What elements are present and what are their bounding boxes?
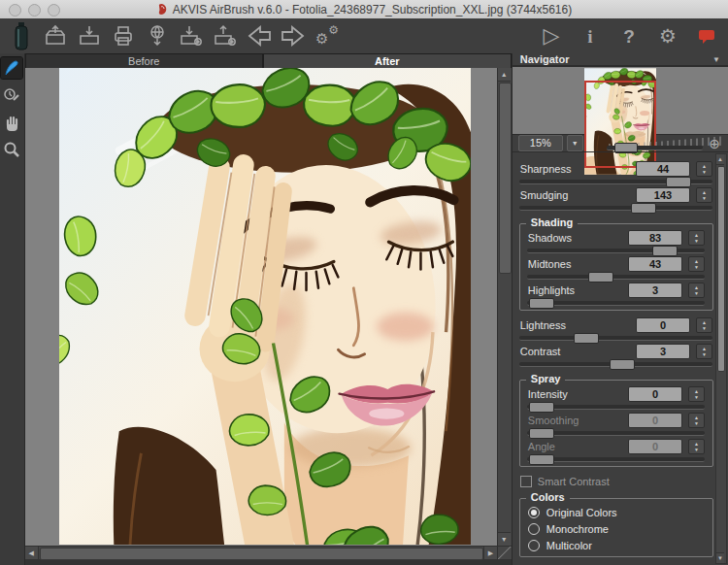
arrow-right-icon: ▶ [488,549,493,557]
redo-button[interactable] [280,22,307,50]
share-web-button[interactable] [144,22,171,50]
spray-group: Spray Intensity 0 ▲▼ Smoothing 0 ▲▼ [519,380,713,467]
panel-scroll-up-button[interactable]: ▲ [716,154,724,165]
smudging-stepper[interactable]: ▲▼ [696,187,712,203]
navigator-header[interactable]: Navigator ▼ [513,53,728,66]
export-presets-button[interactable] [212,22,239,50]
canvas-row: ▲ ▼ [25,68,512,546]
midtones-value-input[interactable]: 43 [628,256,682,272]
shadows-slider[interactable] [527,249,705,253]
lightness-value-input[interactable]: 0 [636,317,690,333]
vertical-scroll-thumb[interactable] [499,83,512,274]
contrast-value-input[interactable]: 3 [636,344,690,359]
help-button[interactable]: ? [615,22,643,50]
zoom-slider-track[interactable] [607,146,704,150]
contrast-slider[interactable] [519,362,712,367]
tab-before[interactable]: Before [25,53,263,68]
save-image-button[interactable] [76,22,103,50]
monochrome-radio[interactable] [528,523,540,535]
highlights-value-input[interactable]: 3 [628,282,682,298]
smoothing-stepper: ▲▼ [688,413,705,428]
open-image-button[interactable] [42,22,69,50]
tool-hand[interactable] [1,112,22,133]
resize-corner[interactable] [497,546,512,559]
vertical-scrollbar[interactable]: ▲ ▼ [497,68,512,546]
highlights-slider[interactable] [527,301,705,306]
smoothing-value-input: 0 [628,413,682,428]
zoom-controls: 15% ▼ ⊖ [513,135,728,151]
lightness-stepper[interactable]: ▲▼ [696,317,712,333]
multicolor-radio[interactable] [528,540,540,551]
image-canvas[interactable] [25,68,497,546]
horizontal-scrollbar[interactable]: ◀ ▶ [25,546,497,559]
minimize-window-button[interactable] [28,4,41,17]
panel-scroll-thumb[interactable] [717,166,725,372]
window-title-area: AKVIS AirBrush v.6.0 - Fotolia_24368977_… [156,3,572,17]
traffic-lights[interactable] [9,4,60,17]
intensity-value-input[interactable]: 0 [628,386,682,402]
original-colors-label: Original Colors [546,507,617,518]
navigator-collapse-icon[interactable]: ▼ [712,55,720,64]
stepper-down-icon: ▼ [702,170,707,175]
shadows-stepper[interactable]: ▲▼ [688,230,705,246]
sharpness-slider[interactable] [519,180,712,184]
close-window-button[interactable] [9,4,21,17]
tool-smart-brush[interactable] [1,57,22,79]
scroll-left-button[interactable]: ◀ [25,547,39,559]
import-presets-button[interactable] [178,22,205,50]
monochrome-label: Monochrome [546,523,609,535]
intensity-slider[interactable] [527,405,705,410]
navigator-preview[interactable] [513,66,728,135]
shadows-value-input[interactable]: 83 [628,230,682,246]
titlebar[interactable]: AKVIS AirBrush v.6.0 - Fotolia_24368977_… [0,0,728,19]
after-image [59,68,471,545]
panel-scrollbar[interactable]: ▲ ▼ [715,153,727,564]
tab-after[interactable]: After [263,53,512,68]
scroll-up-button[interactable]: ▲ [498,68,511,82]
stepper-down-icon: ▼ [694,421,699,426]
original-colors-radio[interactable] [528,507,540,518]
horizontal-scroll-thumb[interactable] [40,548,483,560]
scroll-right-button[interactable]: ▶ [483,547,497,559]
help-icon: ? [623,27,635,46]
param-label: Smudging [520,189,569,201]
midtones-stepper[interactable]: ▲▼ [688,256,705,272]
panel-scroll-down-button[interactable]: ▼ [716,552,724,563]
slider-handle[interactable] [610,359,635,370]
smart-contrast-checkbox[interactable] [520,476,532,487]
zoom-window-button[interactable] [48,4,60,17]
zoom-slider[interactable] [607,136,704,151]
print-button[interactable] [110,22,137,50]
toolbar-left-group: ⚙ ⚙ [0,22,341,50]
arrow-down-icon: ▼ [501,536,508,543]
batch-processing-button[interactable]: ⚙ ⚙ [314,22,341,50]
preferences-gear-icon: ⚙ [659,26,677,46]
smudging-value-input[interactable]: 143 [636,187,690,203]
lightness-slider[interactable] [519,336,712,341]
contrast-stepper[interactable]: ▲▼ [696,344,712,359]
midtones-slider[interactable] [527,275,705,280]
undo-button[interactable] [246,22,273,50]
run-button[interactable]: ▷ [538,22,565,50]
slider-handle[interactable] [529,298,554,309]
smudging-slider[interactable] [519,206,712,211]
zoom-level-combo[interactable]: 15% [518,135,563,151]
intensity-stepper[interactable]: ▲▼ [688,386,705,402]
tool-history-brush[interactable] [1,84,22,106]
slider-handle[interactable] [631,203,656,214]
run-icon: ▷ [544,25,560,47]
param-midtones: Midtones 43 ▲▼ [526,255,707,282]
original-colors-row: Original Colors [528,505,707,520]
stepper-up-icon: ▲ [702,320,707,325]
about-button[interactable]: i [577,22,604,50]
scroll-down-button[interactable]: ▼ [498,532,511,546]
preferences-button[interactable]: ⚙ [654,22,681,50]
sharpness-value-input[interactable]: 44 [636,161,690,177]
feedback-button[interactable] [693,22,720,50]
shading-group-title: Shading [526,216,578,228]
multicolor-label: Multicolor [546,540,592,551]
highlights-stepper[interactable]: ▲▼ [688,282,705,298]
sharpness-stepper[interactable]: ▲▼ [696,161,712,177]
zoom-combo-dropdown[interactable]: ▼ [567,135,583,151]
tool-zoom[interactable] [1,139,22,160]
